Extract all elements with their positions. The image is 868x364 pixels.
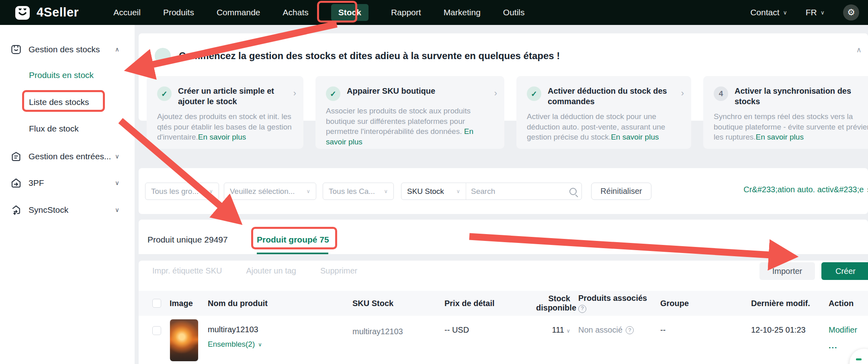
step-card-create-article[interactable]: ✓ Créer un article simple et ajouter le … — [147, 76, 303, 149]
help-icon[interactable]: ? — [626, 326, 634, 334]
product-image[interactable] — [170, 319, 199, 362]
nav-item-accueil[interactable]: Accueil — [113, 8, 141, 17]
search-input[interactable] — [471, 187, 569, 196]
chevron-down-icon: ∨ — [456, 188, 460, 194]
tab-count: 75 — [319, 235, 329, 244]
nav-item-produits[interactable]: Produits — [163, 8, 194, 17]
sidebar-item-liste-des-stocks[interactable]: Liste des stocks — [29, 97, 89, 107]
create-button[interactable]: Créer — [821, 262, 868, 280]
column-image: Image — [170, 299, 208, 308]
step-check-icon: ✓ — [527, 86, 541, 101]
select-filter-dropdown[interactable]: Veuillez sélection... ∨ — [224, 183, 316, 200]
banner-collapse-button[interactable]: ∧ — [856, 45, 862, 54]
tab-produit-unique[interactable]: Produit unique 29497 — [147, 235, 228, 245]
chevron-right-icon[interactable]: › — [681, 88, 684, 99]
price-cell: -- USD — [444, 316, 519, 335]
auto-creation-label: Cr&#233;ation auto. activ&#233;e — [743, 185, 864, 194]
group-filter-placeholder: Tous les gro... — [151, 187, 199, 196]
import-button[interactable]: Importer — [760, 262, 815, 280]
sidebar-item-produits-en-stock[interactable]: Produits en stock — [29, 70, 94, 80]
step-description: Associer les produits de stock aux produ… — [326, 107, 471, 136]
select-all-checkbox[interactable] — [152, 299, 161, 308]
row-checkbox[interactable] — [152, 326, 161, 335]
tab-label: Produit groupé — [257, 235, 317, 244]
search-type-dropdown[interactable]: SKU Stock ∨ — [401, 183, 466, 199]
sidebar-section-gestion-stocks[interactable]: Gestion des stocks ∧ — [0, 43, 135, 56]
step-title: Créer un article simple et ajouter le st… — [178, 86, 293, 107]
syncstock-icon — [10, 204, 22, 216]
contact-label: Contact — [750, 8, 779, 17]
nav-item-commande[interactable]: Commande — [217, 8, 260, 17]
stock-cell[interactable]: 111 ∨ — [519, 316, 578, 335]
step-card-stock-deduction[interactable]: ✓ Activer déduction du stock des command… — [516, 76, 691, 149]
nav-item-marketing[interactable]: Marketing — [444, 8, 481, 17]
brand[interactable]: 4Seller — [14, 3, 79, 22]
group-filter-dropdown[interactable]: Tous les gro... ∨ — [145, 183, 219, 200]
top-navigation: 4Seller Accueil Produits Commande Achats… — [0, 0, 868, 25]
column-action: Action — [829, 299, 868, 308]
help-icon[interactable]: ? — [578, 305, 586, 313]
column-sku: SKU Stock — [352, 299, 444, 308]
sidebar-section-label: SyncStock — [29, 205, 68, 215]
product-name[interactable]: multiray12103 — [208, 325, 258, 334]
nav-items: Accueil Produits Commande Achats Stock R… — [113, 4, 524, 21]
nav-item-outils[interactable]: Outils — [503, 8, 525, 17]
chevron-down-icon: ∨ — [384, 188, 388, 194]
step-check-icon: ✓ — [326, 86, 340, 101]
modify-link[interactable]: Modifier — [829, 325, 857, 334]
tab-count: 29497 — [204, 235, 227, 244]
search-type-value: SKU Stock — [407, 187, 444, 196]
nav-right-group: Contact ∨ FR ∨ ⚙ — [750, 0, 859, 25]
chevron-down-icon: ∨ — [821, 9, 825, 16]
learn-more-link[interactable]: En savoir plus — [756, 133, 804, 141]
tab-label: Produit unique — [147, 235, 202, 244]
category-filter-dropdown[interactable]: Tous les Ca... ∨ — [323, 183, 394, 200]
chevron-up-icon: ∧ — [115, 46, 119, 53]
sku-cell: multiray12103 — [352, 316, 444, 336]
ensembles-toggle[interactable]: Ensembles(2) ∨ — [208, 340, 352, 349]
learn-more-link[interactable]: En savoir plus — [611, 133, 659, 141]
print-sku-label-button[interactable]: Impr. étiquette SKU — [152, 266, 222, 276]
auto-creation-link[interactable]: Cr&#233;ation auto. activ&#233;e › — [743, 185, 868, 194]
contact-dropdown[interactable]: Contact ∨ — [750, 8, 787, 17]
step-card-pair-sku[interactable]: ✓ Appairer SKU boutique › Associer les p… — [315, 76, 504, 149]
step-card-sync-stocks[interactable]: 4 Activer la synchronisation des stocks … — [703, 76, 868, 149]
sidebar-section-gestion-entrees[interactable]: Gestion des entrées... ∨ — [0, 150, 135, 162]
product-tabs: Produit unique 29497 Produit groupé 75 — [139, 220, 868, 255]
chevron-down-icon: ∨ — [783, 9, 787, 16]
table-row: multiray12103 Ensembles(2) ∨ multiray121… — [139, 316, 868, 364]
chevron-down-icon: ∨ — [115, 206, 119, 214]
column-modified: Dernière modif. — [751, 299, 829, 308]
ensembles-label: Ensembles(2) — [208, 340, 255, 349]
category-filter-placeholder: Tous les Ca... — [329, 187, 375, 196]
nav-item-stock[interactable]: Stock — [331, 4, 368, 21]
sidebar-section-syncstock[interactable]: SyncStock ∨ — [0, 204, 135, 216]
settings-button[interactable]: ⚙ — [843, 4, 859, 21]
search-icon[interactable] — [569, 188, 577, 195]
chevron-down-icon: ∨ — [258, 341, 262, 348]
step-number-badge: 4 — [714, 86, 728, 101]
learn-more-link[interactable]: En savoir plus — [198, 133, 246, 141]
chevron-right-icon[interactable]: › — [494, 88, 497, 99]
sidebar-item-flux-de-stock[interactable]: Flux de stock — [29, 124, 79, 134]
select-filter-placeholder: Veuillez sélection... — [230, 187, 295, 196]
nav-item-rapport[interactable]: Rapport — [391, 8, 421, 17]
reset-button[interactable]: Réinitialiser — [591, 183, 651, 200]
chevron-right-icon[interactable]: › — [293, 88, 296, 99]
column-name: Nom du produit — [208, 299, 352, 308]
3pf-house-icon — [10, 177, 22, 189]
stock-box-icon — [10, 43, 22, 56]
banner-badge — [155, 48, 171, 64]
chevron-down-icon: ∨ — [115, 179, 119, 187]
sidebar-section-3pf[interactable]: 3PF ∨ — [0, 177, 135, 189]
delete-button[interactable]: Supprimer — [320, 266, 357, 276]
nav-item-achats[interactable]: Achats — [283, 8, 309, 17]
step-title: Activer déduction du stock des commandes — [548, 86, 681, 107]
chevron-down-icon: ∨ — [115, 153, 119, 160]
add-tag-button[interactable]: Ajouter un tag — [246, 266, 296, 276]
language-label: FR — [806, 8, 817, 17]
tab-produit-groupe[interactable]: Produit groupé 75 — [257, 235, 329, 245]
column-price: Prix de détail — [444, 299, 519, 308]
language-dropdown[interactable]: FR ∨ — [806, 8, 825, 17]
column-stock: Stock disponible — [536, 294, 578, 313]
